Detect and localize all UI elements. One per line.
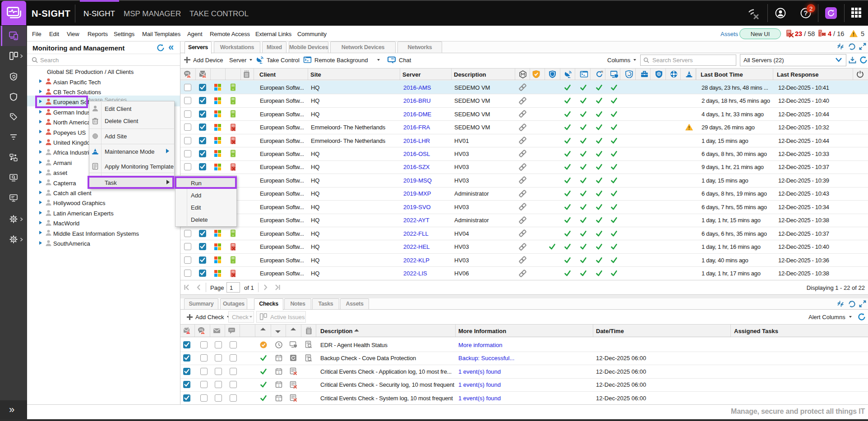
svg-text:1: 1: [278, 398, 280, 401]
svg-text:1: 1: [278, 357, 280, 361]
svg-text:1: 1: [278, 384, 280, 387]
svg-text:1: 1: [278, 371, 280, 374]
